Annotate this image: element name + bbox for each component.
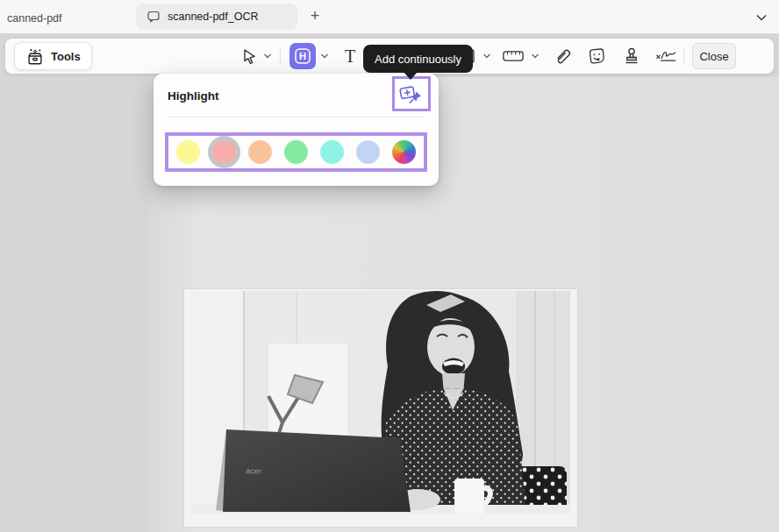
swatch-blue[interactable] [356,140,380,164]
pdf-editor-window: canned-pdf scanned-pdf_OCR + are already… [0,0,779,532]
highlight-popup-title: Highlight [168,89,218,103]
toolbar-divider [280,47,281,65]
tools-button[interactable]: Tools [14,42,92,70]
swatch-yellow[interactable] [176,140,200,164]
svg-text:T: T [345,46,355,66]
pointer-dropdown-chevron-icon[interactable] [262,51,273,61]
chevron-down-icon[interactable] [753,9,770,26]
shape-dropdown-chevron-icon[interactable] [482,51,492,61]
highlight-color-row [165,132,427,172]
tab-scanned-pdf-ocr[interactable]: scanned-pdf_OCR [136,4,297,30]
tools-label: Tools [51,50,81,63]
swatch-rainbow[interactable] [392,140,416,164]
measure-dropdown-chevron-icon[interactable] [530,51,540,61]
swatch-peach[interactable] [248,140,272,164]
swatch-green[interactable] [284,140,308,164]
highlight-popup: Highlight [154,74,439,186]
pin-card-icon [398,82,425,105]
highlight-dropdown-chevron-icon[interactable] [319,51,330,61]
highlight-glyph: H [299,51,306,61]
tab-bar: canned-pdf scanned-pdf_OCR + [0,0,779,33]
select-pointer-icon[interactable] [238,45,261,67]
swatch-cyan[interactable] [320,140,344,164]
paperclip-attachment-icon[interactable] [551,45,574,67]
close-button[interactable]: Close [692,43,736,69]
measure-ruler-icon[interactable] [502,45,525,67]
text-tool-icon[interactable]: T [339,45,361,67]
signature-icon[interactable] [654,45,677,67]
popup-divider [167,117,425,117]
toolbox-icon [25,47,45,66]
tab-scanned-pdf[interactable]: canned-pdf [2,9,68,28]
toolbar-divider [683,47,684,65]
comment-bubble-icon [147,10,161,24]
add-continuously-pin-button[interactable] [392,76,431,111]
stamp-icon[interactable] [620,45,643,67]
highlight-tool-active[interactable]: H [289,43,316,69]
svg-text:acer: acer [246,466,261,476]
new-tab-button[interactable]: + [304,4,326,27]
swatch-pink[interactable] [212,140,236,164]
photo-woman-laughing-laptop: acer [184,289,577,527]
add-continuously-tooltip: Add continuously [363,45,473,73]
sticker-smiley-icon[interactable] [585,45,608,67]
tab-label: scanned-pdf_OCR [168,11,259,23]
